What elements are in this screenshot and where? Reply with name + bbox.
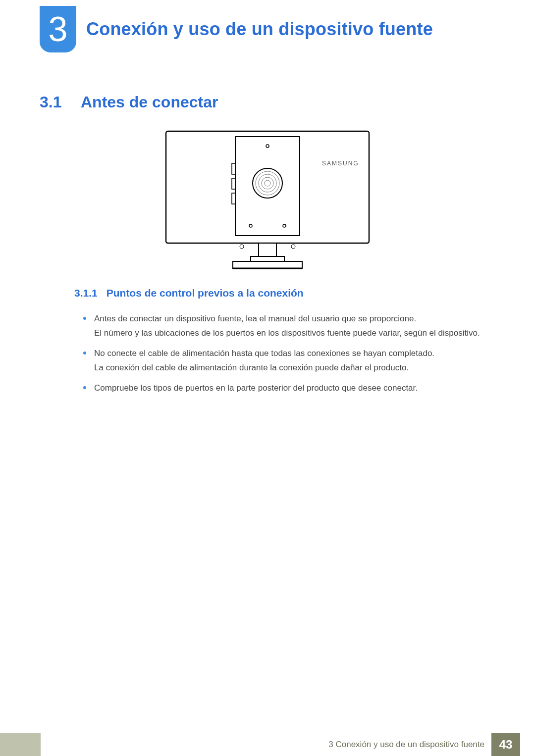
svg-rect-15 [259, 243, 276, 258]
svg-rect-17 [233, 261, 302, 268]
subsection-title: Puntos de control previos a la conexión [107, 287, 304, 299]
svg-rect-9 [232, 178, 235, 189]
section-number: 3.1 [40, 93, 67, 111]
footer-accent-block [0, 733, 41, 756]
bullet-text: Antes de conectar un dispositivo fuente,… [94, 314, 416, 323]
bullet-text-line2: La conexión del cable de alimentación du… [94, 361, 485, 375]
list-item: Compruebe los tipos de puertos en la par… [83, 381, 485, 396]
svg-rect-8 [232, 163, 235, 174]
footer-page-number: 43 [491, 733, 520, 756]
subsection-heading: 3.1.1 Puntos de control previos a la con… [74, 287, 304, 299]
brand-label: SAMSUNG [322, 160, 359, 167]
chapter-title: Conexión y uso de un dispositivo fuente [86, 19, 433, 40]
chapter-header: 3 Conexión y uso de un dispositivo fuent… [40, 6, 433, 52]
svg-point-13 [240, 245, 244, 249]
list-item: Antes de conectar un dispositivo fuente,… [83, 312, 485, 341]
subsection-number: 3.1.1 [74, 287, 98, 299]
figure-monitor-rear: SAMSUNG [0, 129, 535, 272]
bullet-text: Compruebe los tipos de puertos en la par… [94, 383, 418, 393]
chapter-number: 3 [49, 9, 68, 49]
bullet-text-line2: El número y las ubicaciones de los puert… [94, 326, 485, 341]
svg-rect-10 [232, 193, 235, 204]
section-heading: 3.1 Antes de conectar [40, 93, 218, 111]
chapter-number-badge: 3 [40, 6, 76, 52]
bullet-list: Antes de conectar un dispositivo fuente,… [83, 312, 485, 401]
footer: 3 Conexión y uso de un dispositivo fuent… [0, 733, 535, 756]
svg-point-14 [291, 245, 295, 249]
bullet-text: No conecte el cable de alimentación hast… [94, 349, 434, 358]
footer-spacer [520, 733, 535, 756]
section-title: Antes de conectar [81, 93, 218, 111]
svg-point-3 [253, 168, 282, 198]
list-item: No conecte el cable de alimentación hast… [83, 347, 485, 375]
page: 3 Conexión y uso de un dispositivo fuent… [0, 0, 535, 756]
svg-rect-16 [251, 256, 284, 261]
monitor-rear-icon: SAMSUNG [163, 129, 372, 272]
footer-breadcrumb: 3 Conexión y uso de un dispositivo fuent… [41, 733, 491, 756]
